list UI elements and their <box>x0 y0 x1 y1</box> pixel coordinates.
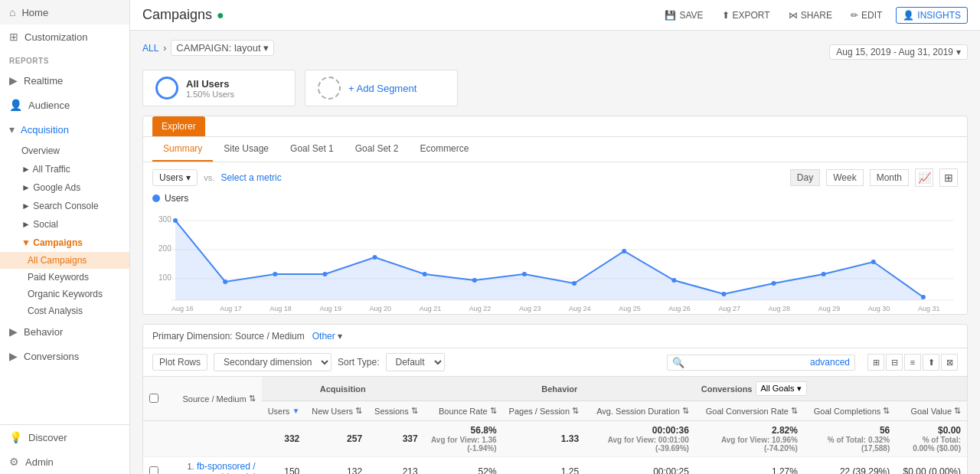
segment-box-all-users[interactable]: All Users 1.50% Users <box>142 70 296 106</box>
select-all-checkbox[interactable] <box>149 394 158 403</box>
search-box: 🔍 advanced <box>667 355 855 371</box>
sidebar-child-organic-keywords[interactable]: Organic Keywords <box>0 286 129 302</box>
performance-view-btn[interactable]: ⊠ <box>941 354 958 371</box>
vs-label: vs. <box>204 173 214 182</box>
sidebar-child-cost-analysis[interactable]: Cost Analysis <box>0 302 129 319</box>
svg-text:Aug 22: Aug 22 <box>469 305 492 312</box>
sort-type-select[interactable]: Default <box>386 353 445 371</box>
sidebar-item-customization[interactable]: ⊞ Customization <box>0 25 129 49</box>
all-goals-button[interactable]: All Goals ▾ <box>756 381 807 396</box>
svg-point-14 <box>522 272 527 276</box>
sidebar-realtime-label: Realtime <box>24 75 63 87</box>
bar-chart-btn[interactable]: ⊞ <box>939 168 958 187</box>
sort-pages-session[interactable]: Pages / Session ⇅ <box>509 406 580 416</box>
row-gcr-0: 1.27% <box>695 457 804 475</box>
tab-goal-set-2[interactable]: Goal Set 2 <box>345 137 410 162</box>
sidebar-sub-overview[interactable]: Overview <box>0 142 129 160</box>
campaign-select[interactable]: CAMPAIGN: layout ▾ <box>171 40 274 56</box>
export-button[interactable]: ⬆ EXPORT <box>717 8 775 23</box>
chart-controls: Users ▾ vs. Select a metric Day Week Mon… <box>143 162 967 193</box>
tab-site-usage[interactable]: Site Usage <box>213 137 279 162</box>
totals-avg-session-sub: Avg for View: 00:01:00 (-39.69%) <box>591 436 689 453</box>
sidebar-item-discover[interactable]: 💡 Discover <box>0 425 129 449</box>
sort-source-medium[interactable]: Source / Medium ⇅ <box>182 394 255 404</box>
sidebar-sub-social[interactable]: ► Social <box>0 215 129 234</box>
export-icon: ⬆ <box>722 10 730 21</box>
svg-text:Aug 31: Aug 31 <box>918 305 940 312</box>
term-cloud-btn[interactable]: ⬆ <box>923 354 939 371</box>
time-btn-week[interactable]: Week <box>826 169 863 186</box>
comparison-view-btn[interactable]: ≡ <box>904 354 921 371</box>
pivot-view-btn[interactable]: ⊟ <box>886 354 903 371</box>
other-link[interactable]: Other <box>312 331 335 342</box>
table-section: Primary Dimension: Source / Medium Other… <box>142 324 968 474</box>
row-bounce-0: 52% <box>424 457 503 475</box>
campaign-label: CAMPAIGN: layout <box>176 42 260 54</box>
export-label: EXPORT <box>733 10 770 21</box>
sort-bounce-rate[interactable]: Bounce Rate ⇅ <box>439 406 497 416</box>
svg-text:Aug 30: Aug 30 <box>868 305 890 312</box>
add-segment-box[interactable]: + Add Segment <box>305 70 458 106</box>
sidebar-child-all-campaigns[interactable]: All Campaigns <box>0 252 129 269</box>
svg-text:Aug 20: Aug 20 <box>370 305 392 312</box>
reports-section-label: REPORTS <box>0 49 129 68</box>
home-icon: ⌂ <box>9 6 15 18</box>
sidebar-item-conversions[interactable]: ▶ Conversions <box>0 344 129 368</box>
svg-text:Aug 26: Aug 26 <box>668 305 691 312</box>
sidebar-sub-search-console[interactable]: ► Search Console <box>0 197 129 215</box>
svg-point-16 <box>622 249 626 253</box>
svg-text:300: 300 <box>158 215 172 224</box>
tab-goal-set-1[interactable]: Goal Set 1 <box>279 137 345 162</box>
sidebar-sub-all-traffic[interactable]: ► All Traffic <box>0 160 129 178</box>
sidebar-sub-google-ads[interactable]: ► Google Ads <box>0 178 129 197</box>
tab-summary[interactable]: Summary <box>152 137 213 162</box>
sort-users[interactable]: Users ▼ <box>268 407 300 416</box>
svg-text:Aug 27: Aug 27 <box>718 305 740 312</box>
line-chart-btn[interactable]: 📈 <box>915 168 933 187</box>
plot-rows-button[interactable]: Plot Rows <box>152 354 207 371</box>
sort-goal-value[interactable]: Goal Value ⇅ <box>910 406 961 416</box>
svg-point-21 <box>871 260 876 264</box>
totals-gcr-value: 2.82% <box>772 425 798 436</box>
th-behavior-group: Behavior <box>424 377 695 401</box>
secondary-dimension-select[interactable]: Secondary dimension <box>214 353 332 371</box>
explorer-tab-label: Explorer <box>162 121 196 132</box>
totals-completions: 56 % of Total: 0.32% (17,588) <box>804 421 896 457</box>
sort-new-users[interactable]: New Users ⇅ <box>312 406 362 416</box>
select-metric-link[interactable]: Select a metric <box>220 172 281 183</box>
share-button[interactable]: ⋈ SHARE <box>784 8 837 23</box>
time-btn-month[interactable]: Month <box>870 169 909 186</box>
row-checkbox-0[interactable] <box>149 466 158 475</box>
sidebar-child-paid-keywords[interactable]: Paid Keywords <box>0 269 129 286</box>
advanced-link[interactable]: advanced <box>810 357 850 368</box>
sidebar-item-audience[interactable]: 👤 Audience <box>0 93 129 117</box>
sort-sessions[interactable]: Sessions ⇅ <box>374 406 418 416</box>
edit-button[interactable]: ✏ EDIT <box>846 8 887 23</box>
breadcrumb-separator: › <box>163 43 166 54</box>
save-button[interactable]: 💾 SAVE <box>660 8 707 23</box>
sort-goal-completions[interactable]: Goal Completions ⇅ <box>814 406 890 416</box>
breadcrumb-all[interactable]: ALL <box>142 43 158 54</box>
metric-select[interactable]: Users ▾ <box>152 169 198 186</box>
th-pages-session: Pages / Session ⇅ <box>503 401 586 421</box>
date-range-picker[interactable]: Aug 15, 2019 - Aug 31, 2019 ▾ <box>829 44 968 60</box>
sidebar-item-admin[interactable]: ⚙ Admin <box>0 449 129 474</box>
time-btn-day[interactable]: Day <box>790 169 820 186</box>
sort-avg-session[interactable]: Avg. Session Duration ⇅ <box>596 406 689 416</box>
svg-text:Aug 28: Aug 28 <box>769 305 791 312</box>
insights-button[interactable]: 👤 INSIGHTS <box>896 7 968 24</box>
sidebar-item-realtime[interactable]: ▶ Realtime <box>0 68 129 93</box>
tab-ecommerce[interactable]: Ecommerce <box>409 137 479 162</box>
table-view-btn[interactable]: ⊞ <box>867 354 884 371</box>
sidebar-item-behavior[interactable]: ▶ Behavior <box>0 319 129 344</box>
sort-goal-conv-rate[interactable]: Goal Conversion Rate ⇅ <box>706 406 798 416</box>
sidebar-item-acquisition[interactable]: ▾ Acquisition <box>0 117 129 142</box>
explorer-header-tab[interactable]: Explorer <box>152 116 205 136</box>
sidebar-sub-campaigns[interactable]: ▼ Campaigns <box>0 234 129 252</box>
sidebar-item-home[interactable]: ⌂ Home <box>0 0 129 25</box>
sidebar-audience-label: Audience <box>28 100 70 111</box>
totals-new-users-value: 257 <box>347 433 362 444</box>
search-input[interactable] <box>684 357 807 368</box>
source-link-0[interactable]: fb-sponsored / paid-social <box>197 461 256 474</box>
page-title: Campaigns ● <box>142 7 224 23</box>
